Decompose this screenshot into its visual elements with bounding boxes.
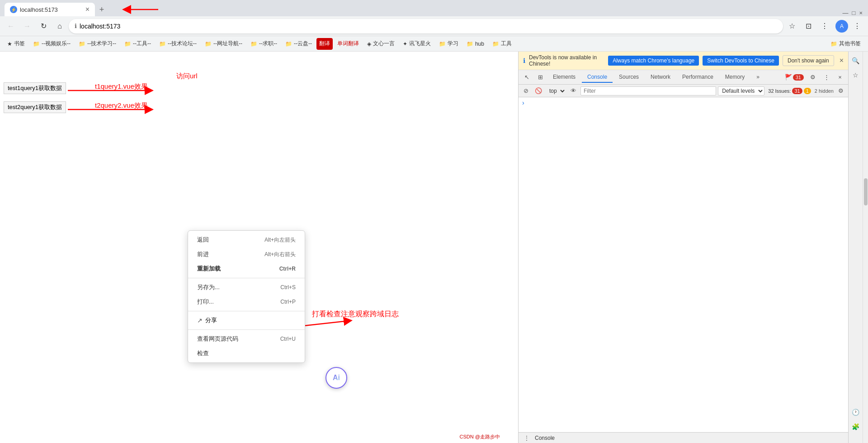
side-puzzle-icon[interactable]: 🧩 <box>850 421 861 432</box>
share-icon: ↗ <box>197 317 203 324</box>
infobar-close-button[interactable]: × <box>840 57 844 65</box>
bookmark-item-translate-y[interactable]: 单词翻译 <box>334 38 363 50</box>
devtools-settings-icon[interactable]: ⚙ <box>807 71 819 84</box>
home-button[interactable]: ⌂ <box>52 19 67 33</box>
bookmark-item-translate-yd[interactable]: 翻译 <box>316 38 333 50</box>
ctx-reload-shortcut: Ctrl+R <box>279 266 296 272</box>
bookmark-item-xunfei[interactable]: ✦ 讯飞星火 <box>399 38 434 50</box>
browser-window: ⚡ localhost:5173 × + — □ × ← → ↻ ⌂ ℹ <box>0 0 868 443</box>
ctx-inspect[interactable]: 检查 <box>188 346 305 361</box>
bookmark-star-button[interactable]: ☆ <box>785 19 799 33</box>
console-no-entry-icon[interactable]: ⊘ <box>520 86 531 96</box>
switch-devtools-button[interactable]: Switch DevTools to Chinese <box>703 56 779 66</box>
ctx-viewsource[interactable]: 查看网页源代码 Ctrl+U <box>188 332 305 346</box>
more-extensions-button[interactable]: ⋮ <box>850 19 864 33</box>
url-arrow-annotation <box>122 3 163 16</box>
ctx-back[interactable]: 返回 Alt+向左箭头 <box>188 233 305 247</box>
console-eye-icon[interactable]: 👁 <box>568 86 579 96</box>
devtools-infobar-text: DevTools is now available in Chinese! <box>529 54 604 67</box>
bookmark-item-hub[interactable]: 📁 hub <box>463 38 488 50</box>
ctx-viewsource-label: 查看网页源代码 <box>197 335 238 343</box>
ctx-print-shortcut: Ctrl+P <box>280 299 296 305</box>
cast-button[interactable]: ⊡ <box>801 19 816 33</box>
console-filter-input[interactable] <box>580 86 716 95</box>
scrollbar-thumb[interactable] <box>864 178 868 205</box>
tab-close-button[interactable]: × <box>85 5 90 14</box>
address-bar[interactable]: ℹ <box>69 19 783 33</box>
console-area: › <box>519 97 848 432</box>
console-settings-icon[interactable]: ⚙ <box>835 86 846 96</box>
issues-count: 32 Issues: 31 1 <box>768 88 811 94</box>
ctx-saveas[interactable]: 另存为... Ctrl+S <box>188 280 305 295</box>
bookmark-item-study[interactable]: 📁 学习 <box>435 38 462 50</box>
bookmark-item-wenxin[interactable]: ◈ 文心一言 <box>363 38 398 50</box>
bookmark-item-other[interactable]: 📁 其他书签 <box>827 38 864 50</box>
bookmark-item-tools[interactable]: 📁 --工具-- <box>121 38 155 50</box>
bookmark-item-job[interactable]: 📁 --求职-- <box>247 38 281 50</box>
side-search-icon[interactable]: 🔍 <box>850 55 861 66</box>
issues-warning-badge: 1 <box>804 88 811 94</box>
bookmark-item-cloud[interactable]: 📁 --云盘-- <box>282 38 316 50</box>
ctx-forward-shortcut: Alt+向右箭头 <box>264 251 296 258</box>
side-star-icon[interactable]: ☆ <box>850 70 861 81</box>
ctx-print[interactable]: 打印... Ctrl+P <box>188 295 305 309</box>
bottom-console-label: Console <box>535 435 555 441</box>
bookmark-item-nav[interactable]: 📁 --网址导航-- <box>201 38 246 50</box>
console-caret[interactable]: › <box>520 97 526 108</box>
ctx-back-shortcut: Alt+向左箭头 <box>264 236 296 244</box>
tab-sources[interactable]: Sources <box>613 72 644 83</box>
bookmark-item-star[interactable]: ★ 书签 <box>4 38 28 50</box>
nav-bar: ← → ↻ ⌂ ℹ ☆ ⊡ ⋮ A ⋮ <box>0 16 868 36</box>
bookmark-item-tech[interactable]: 📁 --技术学习-- <box>75 38 120 50</box>
console-block-icon[interactable]: 🚫 <box>533 86 544 96</box>
ctx-share[interactable]: ↗ 分享 <box>188 313 305 328</box>
match-language-button[interactable]: Always match Chrome's language <box>608 56 699 66</box>
browser-content: 访问url test1query1获取数据 t1query1.vue效果 tes… <box>0 52 518 443</box>
folder-icon: 📁 <box>33 41 40 47</box>
btn2-annotation: t2query2.vue效果 <box>95 101 148 110</box>
maximize-button[interactable]: □ <box>852 10 856 16</box>
no-show-button[interactable]: Don't show again <box>783 55 834 66</box>
reload-button[interactable]: ↻ <box>36 19 51 33</box>
url-input[interactable] <box>80 23 777 30</box>
nav-actions: ☆ ⊡ ⋮ <box>785 19 832 33</box>
devtools-device-icon[interactable]: ⊞ <box>534 71 547 84</box>
test2-btn[interactable]: test2query1获取数据 <box>4 101 66 113</box>
ctx-reload[interactable]: 重新加载 Ctrl+R <box>188 262 305 276</box>
bookmarks-bar: ★ 书签 📁 --视频娱乐-- 📁 --技术学习-- 📁 --工具-- 📁 --… <box>0 36 868 52</box>
ctx-separator-1 <box>188 278 305 278</box>
ai-button[interactable]: Ai <box>326 367 347 389</box>
devtools-more-icon[interactable]: ⋮ <box>820 71 833 84</box>
tab-elements[interactable]: Elements <box>547 72 581 83</box>
extension-icon-1[interactable]: A <box>835 20 848 33</box>
bottom-menu-icon[interactable]: ⋮ <box>522 433 531 443</box>
ctx-reload-label: 重新加载 <box>197 265 221 273</box>
visit-url-annotation: 访问url <box>176 72 198 81</box>
devtools-side-panel: 🔍 ☆ 🕐 🧩 <box>848 52 863 443</box>
forward-button[interactable]: → <box>20 19 34 33</box>
ctx-forward-label: 前进 <box>197 250 209 258</box>
more-button[interactable]: ⋮ <box>817 19 832 33</box>
back-button[interactable]: ← <box>4 19 18 33</box>
tab-network[interactable]: Network <box>645 72 676 83</box>
tab-more[interactable]: » <box>751 72 765 83</box>
test1-btn[interactable]: test1query1获取数据 <box>4 82 66 94</box>
minimize-button[interactable]: — <box>843 10 849 16</box>
tab-memory[interactable]: Memory <box>720 72 750 83</box>
devtools-close-icon[interactable]: × <box>834 71 846 84</box>
side-clock-icon[interactable]: 🕐 <box>850 407 861 418</box>
tab-console[interactable]: Console <box>582 72 613 83</box>
active-tab[interactable]: ⚡ localhost:5173 × <box>5 3 95 16</box>
bookmark-item-forum[interactable]: 📁 --技术论坛-- <box>156 38 200 50</box>
bookmark-item-video[interactable]: 📁 --视频娱乐-- <box>29 38 74 50</box>
tab-performance[interactable]: Performance <box>677 72 719 83</box>
new-tab-button[interactable]: + <box>95 3 108 16</box>
folder-icon-4: 📁 <box>159 41 166 47</box>
ctx-forward[interactable]: 前进 Alt+向右箭头 <box>188 247 305 262</box>
bookmark-item-tools2[interactable]: 📁 工具 <box>489 38 515 50</box>
devtools-tabs: ↖ ⊞ Elements Console Sources Network Per… <box>519 70 848 85</box>
devtools-cursor-icon[interactable]: ↖ <box>520 71 533 84</box>
default-levels-selector[interactable]: Default levels <box>718 86 764 95</box>
context-selector[interactable]: top <box>546 86 566 95</box>
close-window-button[interactable]: × <box>859 10 863 16</box>
